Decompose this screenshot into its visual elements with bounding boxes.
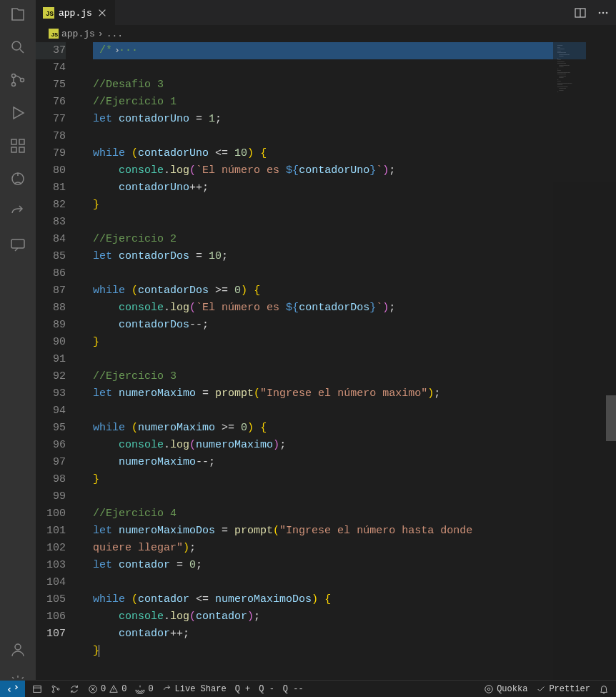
activity-bar — [0, 0, 36, 697]
svg-point-18 — [52, 691, 54, 693]
line-number-gutter: 3774757677787980818283848586878889909192… — [36, 42, 80, 697]
svg-rect-16 — [34, 686, 41, 692]
editor-area: JS app.js JS app.js › ... 37747576777879… — [36, 0, 616, 697]
sb-quokka[interactable]: Quokka — [484, 684, 527, 694]
fold-chevron-icon[interactable]: › — [114, 42, 120, 59]
svg-point-22 — [485, 685, 493, 693]
svg-point-17 — [52, 686, 54, 688]
vertical-scrollbar[interactable] — [606, 395, 616, 441]
sb-q-minus[interactable]: Q - — [259, 684, 274, 694]
account-icon[interactable] — [9, 641, 26, 658]
sb-source-control[interactable] — [51, 684, 61, 694]
svg-point-3 — [21, 79, 24, 82]
svg-point-2 — [12, 83, 16, 86]
svg-point-13 — [599, 11, 601, 14]
svg-rect-7 — [19, 147, 24, 152]
extensions-icon[interactable] — [9, 137, 26, 154]
svg-rect-6 — [11, 147, 16, 152]
tab-label: app.js — [59, 8, 92, 19]
js-file-icon: JS — [49, 29, 59, 39]
svg-point-15 — [606, 11, 608, 14]
explorer-icon[interactable] — [9, 6, 26, 23]
tab-bar: JS app.js — [36, 0, 616, 25]
share-icon[interactable] — [9, 203, 26, 220]
chat-icon[interactable] — [9, 236, 26, 253]
sb-q-dash[interactable]: Q -- — [283, 684, 304, 694]
svg-point-21 — [487, 688, 490, 691]
sb-bell-icon[interactable] — [599, 684, 609, 694]
svg-point-10 — [15, 644, 21, 650]
sb-window-icon[interactable] — [32, 684, 42, 694]
svg-point-1 — [12, 74, 16, 78]
minimap[interactable]: ▬▬▬▬▬▬ ▬▬▬ ▬▬▬▬▬▬▬▬ ▬▬▬▬ ▬▬▬▬▬▬▬▬▬▬ ▬▬▬▬… — [553, 42, 616, 697]
split-editor-icon[interactable] — [575, 7, 586, 19]
svg-rect-5 — [19, 139, 24, 144]
tab-app-js[interactable]: JS app.js — [36, 0, 115, 25]
svg-point-0 — [12, 41, 21, 50]
js-file-icon: JS — [43, 7, 54, 19]
run-debug-icon[interactable] — [9, 104, 26, 122]
sb-port[interactable]: 0 — [135, 684, 153, 694]
svg-point-14 — [602, 11, 605, 14]
code-content[interactable]: /* ··· //Desafio 3//Ejercicio 1let conta… — [80, 42, 616, 697]
breadcrumb-more: ... — [106, 29, 123, 39]
status-bar: 0 0 0 Live Share Q + Q - Q -- Quokka Pre… — [0, 680, 616, 697]
minimap-preview: ▬▬▬▬▬▬ ▬▬▬ ▬▬▬▬▬▬▬▬ ▬▬▬▬ ▬▬▬▬▬▬▬▬▬▬ ▬▬▬▬… — [553, 42, 616, 97]
sb-live-share[interactable]: Live Share — [162, 684, 227, 694]
sb-problems[interactable]: 0 0 — [88, 684, 126, 694]
search-icon[interactable] — [9, 39, 26, 56]
svg-rect-4 — [11, 139, 16, 144]
breadcrumb-file: app.js — [61, 29, 95, 39]
sb-q-plus[interactable]: Q + — [235, 684, 251, 694]
sb-prettier[interactable]: Prettier — [536, 684, 590, 694]
breadcrumb-sep: › — [98, 29, 104, 39]
breadcrumb[interactable]: JS app.js › ... — [36, 25, 616, 42]
svg-point-19 — [57, 688, 59, 690]
remote-indicator[interactable] — [0, 681, 25, 698]
more-actions-icon[interactable] — [597, 7, 609, 19]
source-control-icon[interactable] — [9, 71, 26, 89]
sb-sync-icon[interactable] — [69, 684, 79, 694]
gitlens-icon[interactable] — [9, 170, 26, 187]
close-icon[interactable] — [96, 7, 108, 19]
svg-rect-9 — [11, 239, 24, 248]
code-editor[interactable]: 3774757677787980818283848586878889909192… — [36, 42, 616, 697]
